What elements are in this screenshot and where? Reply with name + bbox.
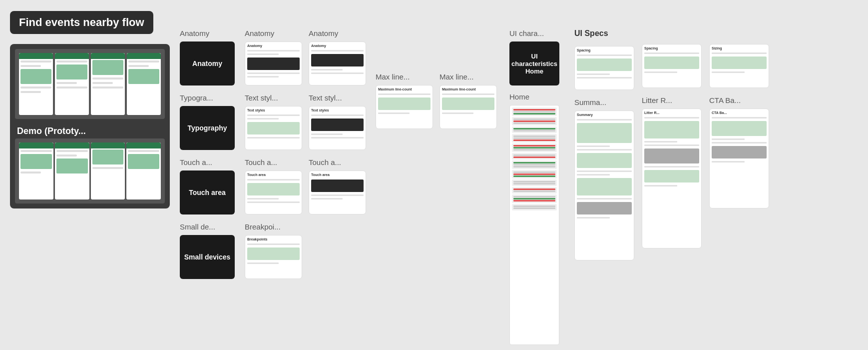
screen-thumb-6 xyxy=(55,142,89,200)
summary-title: Summa... xyxy=(574,98,634,106)
ui-chara-title: UI chara... xyxy=(509,29,559,38)
spacing-section-2: Spacing Litter R... Litter R... xyxy=(642,44,702,248)
typography-title: Typogra... xyxy=(180,94,235,102)
litter-r-title: Litter R... xyxy=(642,96,702,104)
small-devices-title: Small de... xyxy=(180,222,235,231)
text-styles-title-2: Text styl... xyxy=(309,94,366,102)
anatomy-card-1[interactable]: Anatomy xyxy=(180,42,235,86)
anatomy-card-2[interactable]: Anatomy xyxy=(245,42,302,86)
text-styles-title-1: Text styl... xyxy=(245,94,302,102)
screen-thumb-7 xyxy=(91,142,125,200)
text-styles-card-1[interactable]: Text styles xyxy=(245,106,302,150)
touch-title-3: Touch a... xyxy=(309,158,366,166)
touch-title-1: Touch a... xyxy=(180,158,235,166)
breakpoints-title: Breakpoi... xyxy=(245,222,302,231)
demo-frame-bottom xyxy=(15,138,165,204)
screen-thumb-2 xyxy=(55,53,89,115)
anatomy-card-3[interactable]: Anatomy xyxy=(309,42,366,86)
cta-ba-card[interactable]: CTA Ba... xyxy=(709,108,769,208)
home-tall-card[interactable] xyxy=(509,105,559,345)
max-line-title-1: Max line... xyxy=(376,72,433,81)
small-devices-card[interactable]: Small devices xyxy=(180,235,235,279)
sizing-card[interactable]: Sizing xyxy=(709,44,769,88)
spacing-card-2[interactable]: Spacing xyxy=(642,44,702,88)
touch-card-2[interactable]: Touch area xyxy=(245,170,302,214)
litter-r-card[interactable]: Litter R... xyxy=(642,108,702,248)
flow-label[interactable]: Find events nearby flow xyxy=(10,11,153,34)
spacing-card-1[interactable]: Spacing xyxy=(574,46,634,90)
max-line-section-1: Max line... Maximum line-count xyxy=(376,72,433,129)
ui-chara-section: UI chara... UI characteristics Home Home xyxy=(509,29,559,345)
touch-card-3[interactable]: Touch area xyxy=(309,170,366,214)
max-line-card-2[interactable]: Maximum line-count xyxy=(439,85,497,129)
anatomy-section-1: Anatomy Anatomy Typogra... Typography To… xyxy=(180,29,235,279)
home-title: Home xyxy=(509,92,559,101)
ui-chara-card[interactable]: UI characteristics Home xyxy=(509,42,559,86)
anatomy-title-3: Anatomy xyxy=(309,29,366,38)
max-line-card-1[interactable]: Maximum line-count xyxy=(376,85,433,129)
cta-ba-title: CTA Ba... xyxy=(709,96,769,104)
text-styles-card-2[interactable]: Text styles xyxy=(309,106,366,150)
anatomy-section-3: Anatomy Anatomy Text styl... Text styles… xyxy=(309,29,366,214)
demo-label: Demo (Prototy... xyxy=(15,122,165,138)
sizing-section: Sizing CTA Ba... CTA Ba... xyxy=(709,44,769,208)
screen-thumb-4 xyxy=(127,53,161,115)
screen-thumb-1 xyxy=(19,53,53,115)
touch-title-2: Touch a... xyxy=(245,158,302,166)
anatomy-card-2-label: Anatomy xyxy=(247,44,300,48)
main-canvas: Find events nearby flow xyxy=(0,0,868,350)
ui-specs-section: UI Specs Spacing Summa... Summary xyxy=(574,29,634,260)
screen-thumb-8 xyxy=(126,142,161,200)
anatomy-title-1: Anatomy xyxy=(180,29,235,38)
anatomy-title-2: Anatomy xyxy=(245,29,302,38)
breakpoints-card[interactable]: Breakpoints xyxy=(245,235,302,279)
typography-card[interactable]: Typography xyxy=(180,106,235,150)
touch-card-1[interactable]: Touch area xyxy=(180,170,235,214)
max-line-title-2: Max line... xyxy=(439,72,497,81)
ui-specs-title: UI Specs xyxy=(574,29,634,38)
demo-group: Demo (Prototy... xyxy=(10,44,170,208)
summary-card[interactable]: Summary xyxy=(574,110,634,260)
screen-thumb-5 xyxy=(19,142,53,200)
screen-thumb-3 xyxy=(91,53,125,115)
demo-frame-top xyxy=(15,49,165,119)
anatomy-section-2: Anatomy Anatomy Text styl... Text styles… xyxy=(245,29,302,279)
max-line-section-2: Max line... Maximum line-count xyxy=(439,72,497,129)
